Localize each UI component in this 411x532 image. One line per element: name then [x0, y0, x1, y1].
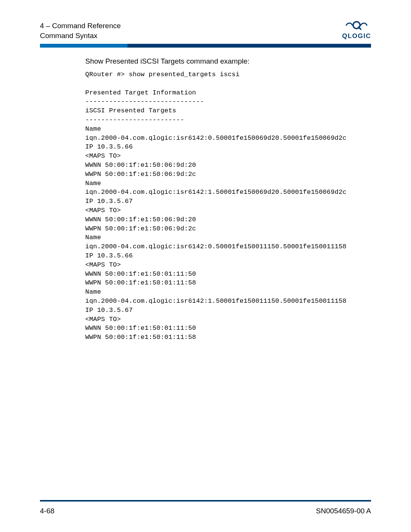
chapter-title: 4 – Command Reference — [40, 21, 121, 31]
code-block: QRouter #> show presented_targets iscsi … — [85, 70, 371, 342]
document-id: SN0054659-00 A — [316, 507, 371, 515]
example-heading: Show Presented iSCSI Targets command exa… — [85, 57, 371, 66]
footer-rule — [40, 500, 371, 502]
brand-wordmark: QLOGIC — [342, 32, 371, 40]
section-title-small: Command Syntax — [40, 31, 121, 41]
page-body: Show Presented iSCSI Targets command exa… — [85, 57, 371, 342]
page-footer: 4-68 SN0054659-00 A — [40, 507, 371, 515]
header-left-block: 4 – Command Reference Command Syntax — [40, 21, 121, 40]
qlogic-icon — [346, 20, 368, 30]
page-number: 4-68 — [40, 507, 54, 515]
header-accent-bar — [40, 44, 371, 48]
brand-logo: QLOGIC — [342, 20, 371, 40]
page-header: 4 – Command Reference Command Syntax QLO… — [40, 21, 371, 44]
